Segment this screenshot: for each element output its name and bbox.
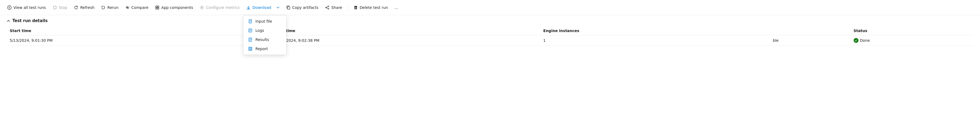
configure-metrics-icon xyxy=(199,5,204,10)
more-button[interactable]: ... xyxy=(392,4,401,11)
share-icon xyxy=(325,5,329,10)
share-button[interactable]: Share xyxy=(322,3,345,11)
svg-rect-1 xyxy=(54,6,56,9)
svg-rect-4 xyxy=(156,8,157,9)
status-done-label: Done xyxy=(860,38,870,43)
download-chevron-button[interactable] xyxy=(274,3,282,11)
chevron-down-icon xyxy=(275,5,280,10)
stop-button[interactable]: Stop xyxy=(50,3,70,11)
svg-rect-2 xyxy=(156,6,157,7)
test-run-table: Start time End time Engine instances Sta… xyxy=(6,26,974,46)
download-dropdown-menu: Input file Logs xyxy=(243,15,286,55)
copy-artifacts-label: Copy artifacts xyxy=(292,5,318,10)
stop-icon xyxy=(52,5,57,10)
svg-line-31 xyxy=(327,8,328,8)
app-components-label: App components xyxy=(161,5,193,10)
svg-rect-5 xyxy=(158,8,159,9)
report-icon xyxy=(248,47,253,51)
back-arrow-icon xyxy=(7,5,12,10)
dropdown-logs-label: Logs xyxy=(255,28,264,33)
view-all-test-runs-label: View all test runs xyxy=(13,5,46,10)
dropdown-results[interactable]: Results xyxy=(243,35,286,44)
results-icon xyxy=(248,37,253,42)
download-icon xyxy=(246,5,251,10)
cell-end-time: 5/13/2024, 9:02:38 PM xyxy=(273,35,540,46)
status-done-container: Done xyxy=(854,38,970,43)
rerun-icon xyxy=(101,5,106,10)
input-file-icon xyxy=(248,19,253,24)
download-label: Download xyxy=(253,5,271,10)
dropdown-input-file-label: Input file xyxy=(255,19,272,24)
delete-test-run-label: Delete test run xyxy=(360,5,388,10)
delete-icon xyxy=(353,5,358,10)
compare-button[interactable]: Compare xyxy=(123,3,151,11)
section-header: Test run details xyxy=(6,18,974,23)
toolbar: View all test runs Stop Refresh Rerun xyxy=(0,0,980,15)
done-check-icon xyxy=(854,38,859,43)
cell-extra: ble xyxy=(770,35,850,46)
cell-status: Done xyxy=(850,35,974,46)
col-header-status: Status xyxy=(850,26,974,35)
download-button[interactable]: Download xyxy=(243,3,274,11)
col-header-end-time: End time xyxy=(273,26,540,35)
download-group: Download Input fi xyxy=(243,3,282,11)
dropdown-report[interactable]: Report xyxy=(243,44,286,53)
configure-metrics-button[interactable]: Configure metrics xyxy=(197,3,242,11)
view-all-test-runs-button[interactable]: View all test runs xyxy=(4,3,49,11)
svg-rect-24 xyxy=(251,48,251,48)
copy-icon xyxy=(286,5,291,10)
svg-rect-3 xyxy=(158,6,159,7)
svg-rect-22 xyxy=(249,48,250,48)
app-components-icon xyxy=(155,5,160,10)
dropdown-input-file[interactable]: Input file xyxy=(243,17,286,26)
svg-line-30 xyxy=(327,6,328,7)
logs-icon xyxy=(248,28,253,33)
dropdown-results-label: Results xyxy=(255,37,269,42)
collapse-chevron-icon[interactable] xyxy=(6,19,10,22)
svg-rect-25 xyxy=(251,49,251,50)
svg-rect-23 xyxy=(249,49,250,50)
copy-artifacts-button[interactable]: Copy artifacts xyxy=(283,3,321,11)
dropdown-logs[interactable]: Logs xyxy=(243,26,286,35)
more-label: ... xyxy=(395,5,398,10)
cell-engine-instances: 1 xyxy=(540,35,770,46)
compare-label: Compare xyxy=(132,5,149,10)
compare-icon xyxy=(125,5,130,10)
col-header-empty xyxy=(770,26,850,35)
refresh-button[interactable]: Refresh xyxy=(71,3,97,11)
cell-start-time: 5/13/2024, 9:01:30 PM xyxy=(6,35,273,46)
col-header-engine-instances: Engine instances xyxy=(540,26,770,35)
refresh-icon xyxy=(74,5,78,10)
svg-point-6 xyxy=(201,7,203,8)
col-header-start-time: Start time xyxy=(6,26,273,35)
table-header-row: Start time End time Engine instances Sta… xyxy=(6,26,974,35)
stop-label: Stop xyxy=(59,5,67,10)
dropdown-report-label: Report xyxy=(255,47,268,51)
table-row: 5/13/2024, 9:01:30 PM 5/13/2024, 9:02:38… xyxy=(6,35,974,46)
delete-test-run-button[interactable]: Delete test run xyxy=(351,3,391,11)
svg-rect-26 xyxy=(287,7,290,9)
rerun-label: Rerun xyxy=(107,5,118,10)
test-run-details-section: Test run details Start time End time Eng… xyxy=(0,15,980,46)
section-title: Test run details xyxy=(13,18,48,23)
rerun-button[interactable]: Rerun xyxy=(98,3,121,11)
configure-metrics-label: Configure metrics xyxy=(206,5,240,10)
share-label: Share xyxy=(331,5,342,10)
refresh-label: Refresh xyxy=(80,5,94,10)
svg-point-0 xyxy=(8,6,11,10)
app-components-button[interactable]: App components xyxy=(152,3,196,11)
